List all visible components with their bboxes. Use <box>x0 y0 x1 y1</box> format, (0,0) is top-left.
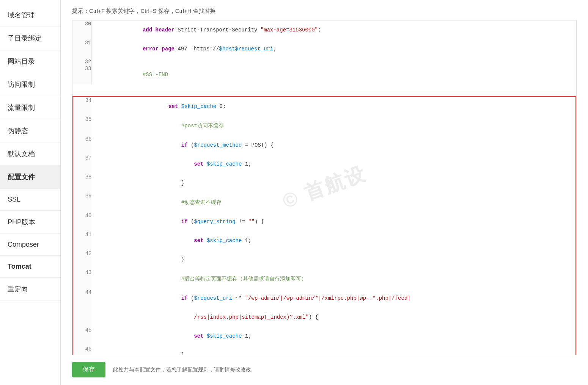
action-hint-text: 此处共与本配置文件，若您了解配置规则，请酌情修改改改 <box>113 366 251 373</box>
line-number: 40 <box>73 212 92 231</box>
line-number <box>73 308 92 327</box>
line-code: add_header Strict-Transport-Security "ma… <box>91 20 576 39</box>
line-number: 37 <box>73 155 92 174</box>
table-row: 35 #post访问不缓存 <box>73 116 576 136</box>
line-number: 35 <box>73 116 92 136</box>
table-row: 38 } <box>73 174 576 192</box>
table-row: /rss|index.php|sitemap(_index)?.xml") { <box>73 308 576 327</box>
table-row: 42 } <box>73 250 576 269</box>
line-number: 36 <box>73 136 92 155</box>
line-code: #后台等特定页面不缓存（其他需求请自行添加即可） <box>92 269 576 289</box>
table-row: 43 #后台等特定页面不缓存（其他需求请自行添加即可） <box>73 269 576 289</box>
main-content: 提示：Ctrl+F 搜索关键字，Ctrl+S 保存，Ctrl+H 查找替换 © … <box>61 0 588 385</box>
line-code: } <box>92 346 576 355</box>
hint-bar: 提示：Ctrl+F 搜索关键字，Ctrl+S 保存，Ctrl+H 查找替换 <box>72 8 577 15</box>
sidebar-item-pseudostatic[interactable]: 伪静态 <box>0 119 60 142</box>
table-row: 33 #SSL-END <box>72 65 576 84</box>
code-editor[interactable]: © 首航设 30 add_header Strict-Transport-Sec… <box>72 20 577 355</box>
line-code: #SSL-END <box>91 65 576 84</box>
line-code: set $skip_cache 1; <box>92 231 576 250</box>
table-row: 40 if ($query_string != "") { <box>73 212 576 231</box>
line-number: 41 <box>73 231 92 250</box>
table-row: 34 set $skip_cache 0; 35 <box>72 84 576 355</box>
sidebar-item-traffic[interactable]: 流量限制 <box>0 96 60 119</box>
table-row: 31 error_page 497 https://$host$request_… <box>72 39 576 58</box>
line-code: if ($request_method = POST) { <box>92 136 576 155</box>
sidebar-item-webdir[interactable]: 网站目录 <box>0 50 60 73</box>
line-code: error_page 497 https://$host$request_uri… <box>91 39 576 58</box>
sidebar-item-composer[interactable]: Composer <box>0 234 60 256</box>
table-row: 36 if ($request_method = POST) { <box>73 136 576 155</box>
line-code: /rss|index.php|sitemap(_index)?.xml") { <box>92 308 576 327</box>
table-row: 30 add_header Strict-Transport-Security … <box>72 20 576 39</box>
sidebar-item-default-doc[interactable]: 默认文档 <box>0 142 60 166</box>
sidebar: 域名管理 子目录绑定 网站目录 访问限制 流量限制 伪静态 默认文档 配置文件 … <box>0 0 61 385</box>
sidebar-item-domain[interactable]: 域名管理 <box>0 4 60 27</box>
line-number: 31 <box>72 39 91 58</box>
line-number: 33 <box>72 65 91 84</box>
sidebar-item-php[interactable]: PHP版本 <box>0 211 60 234</box>
line-code: #动态查询不缓存 <box>92 192 576 212</box>
line-number: 30 <box>72 20 91 39</box>
line-code: if ($request_uri ~* "/wp-admin/|/wp-admi… <box>92 289 576 308</box>
table-row: 39 #动态查询不缓存 <box>73 192 576 212</box>
line-code: } <box>92 174 576 192</box>
save-button[interactable]: 保存 <box>72 362 105 377</box>
line-number: 46 <box>73 346 92 355</box>
line-code: set $skip_cache 0; <box>92 97 576 116</box>
line-number: 45 <box>73 327 92 346</box>
sidebar-item-tomcat[interactable]: Tomcat <box>0 256 60 278</box>
sidebar-item-subdir[interactable]: 子目录绑定 <box>0 27 60 50</box>
code-table: 30 add_header Strict-Transport-Security … <box>72 20 576 355</box>
sidebar-item-config[interactable]: 配置文件 <box>0 166 60 189</box>
line-code: set $skip_cache 1; <box>92 155 576 174</box>
line-code: #post访问不缓存 <box>92 116 576 136</box>
table-row: 46 } <box>73 346 576 355</box>
action-bar: 保存 此处共与本配置文件，若您了解配置规则，请酌情修改改改 <box>72 362 577 377</box>
line-code: if ($query_string != "") { <box>92 212 576 231</box>
line-code: set $skip_cache 1; <box>92 327 576 346</box>
table-row: 34 set $skip_cache 0; <box>73 97 576 116</box>
table-row: 32 <box>72 58 576 65</box>
line-number: 42 <box>73 250 92 269</box>
line-number: 43 <box>73 269 92 289</box>
table-row: 37 set $skip_cache 1; <box>73 155 576 174</box>
table-row: 41 set $skip_cache 1; <box>73 231 576 250</box>
line-number: 34 <box>73 97 92 116</box>
line-number: 32 <box>72 58 91 65</box>
line-number: 44 <box>73 289 92 308</box>
sidebar-item-ssl[interactable]: SSL <box>0 189 60 211</box>
line-code <box>91 58 576 65</box>
line-number: 39 <box>73 192 92 212</box>
table-row: 45 set $skip_cache 1; <box>73 327 576 346</box>
table-row: 44 if ($request_uri ~* "/wp-admin/|/wp-a… <box>73 289 576 308</box>
line-code: } <box>92 250 576 269</box>
line-number: 38 <box>73 174 92 192</box>
sidebar-item-redirect[interactable]: 重定向 <box>0 278 60 301</box>
sidebar-item-access[interactable]: 访问限制 <box>0 73 60 96</box>
